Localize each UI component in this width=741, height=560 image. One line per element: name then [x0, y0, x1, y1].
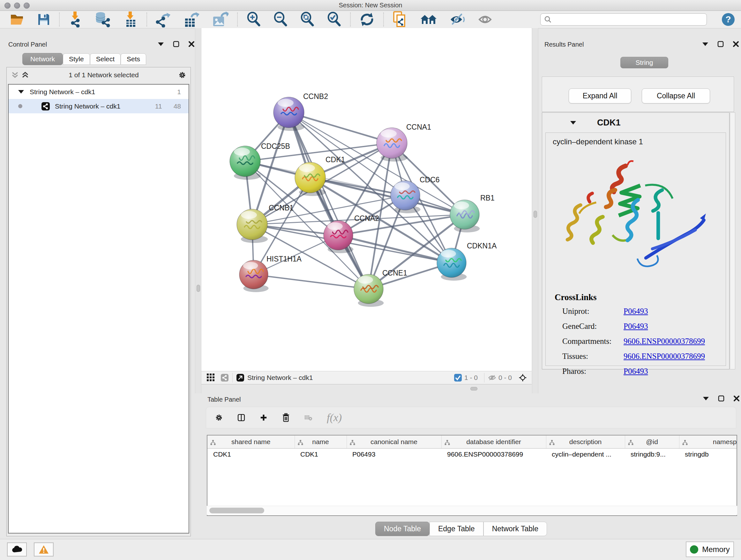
table-options-gear-icon[interactable]	[215, 415, 223, 421]
entry-collapse-icon[interactable]	[570, 121, 576, 125]
network-node-hist1h1a[interactable]	[239, 260, 269, 292]
column-header-name[interactable]: name	[294, 435, 347, 449]
control-panel-collapse-icon[interactable]	[157, 41, 165, 47]
zoom-selected-icon[interactable]	[327, 12, 341, 27]
results-scrollbar[interactable]	[730, 112, 735, 369]
memory-label: Memory	[702, 545, 730, 554]
network-edge-count: 48	[174, 103, 181, 110]
memory-button[interactable]: Memory	[686, 542, 734, 557]
column-header-shared-name[interactable]: shared name	[207, 435, 294, 449]
open-in-new-window-icon[interactable]	[237, 374, 244, 381]
column-header-database-identifier[interactable]: database identifier	[441, 435, 546, 449]
column-header-namespace[interactable]: namespace	[679, 435, 737, 449]
export-image-icon[interactable]	[212, 11, 228, 27]
hide-selected-icon[interactable]	[449, 12, 466, 26]
network-node-cdk1[interactable]	[295, 162, 326, 196]
save-session-icon[interactable]	[37, 13, 51, 26]
column-type-icon	[549, 439, 555, 447]
export-table-icon[interactable]	[184, 11, 200, 27]
collapse-all-button[interactable]: Collapse All	[642, 88, 710, 104]
collection-expand-icon[interactable]	[18, 90, 24, 94]
tab-node-table[interactable]: Node Table	[375, 522, 429, 536]
import-table-icon[interactable]	[124, 11, 138, 27]
clone-network-icon[interactable]	[393, 11, 408, 28]
birds-eye-view-icon[interactable]	[207, 374, 214, 381]
crosslink-uniprot-link[interactable]: P06493	[623, 307, 648, 316]
network-overview-icon[interactable]	[221, 374, 228, 381]
expand-all-networks-icon[interactable]	[21, 72, 29, 78]
warnings-button[interactable]	[34, 543, 54, 557]
cloud-services-button[interactable]	[7, 543, 27, 557]
control-panel-float-icon[interactable]	[172, 41, 180, 47]
column-header--id[interactable]: @id	[625, 435, 679, 449]
column-header-description[interactable]: description	[546, 435, 625, 449]
expand-all-button[interactable]: Expand All	[569, 88, 631, 104]
network-node-ccnb2[interactable]	[273, 97, 305, 131]
network-node-ccna1[interactable]	[377, 128, 408, 162]
toolbar-separator	[146, 12, 147, 26]
apply-layout-refresh-icon[interactable]	[359, 12, 375, 27]
crosslink-pharos-link[interactable]: P06493	[623, 367, 648, 376]
open-file-icon[interactable]	[10, 13, 25, 26]
table-panel-collapse-icon[interactable]	[702, 395, 710, 401]
fit-selected-crosshair-icon[interactable]	[519, 374, 527, 381]
show-all-icon[interactable]	[478, 13, 494, 26]
network-node-ccna2[interactable]	[324, 221, 353, 253]
collapse-all-networks-icon[interactable]	[11, 72, 19, 78]
show-columns-icon[interactable]	[238, 415, 245, 421]
table-panel: Table Panel f(x) shared namenamecanonica…	[199, 393, 741, 540]
tab-style[interactable]: Style	[63, 53, 90, 65]
zoom-in-icon[interactable]	[246, 12, 261, 27]
toolbar-search-input[interactable]	[540, 13, 707, 25]
column-type-icon	[298, 439, 303, 447]
network-node-cdc6[interactable]	[391, 181, 420, 213]
network-view-canvas[interactable]: CCNB2CCNA1CDC25BCDK1CDC6RB1CCNB1CCNA2CDK…	[201, 28, 532, 371]
scrollbar-thumb[interactable]	[209, 508, 264, 513]
tab-sets[interactable]: Sets	[121, 53, 146, 65]
crosslink-tissues-link[interactable]: 9606.ENSP00000378699	[623, 352, 705, 361]
window-title: Session: New Session	[0, 2, 741, 9]
import-network-file-icon[interactable]	[68, 11, 83, 27]
table-row[interactable]: CDK1CDK1P064939606.ENSP00000378699cyclin…	[207, 449, 737, 460]
bottom-splitter[interactable]	[201, 384, 532, 393]
add-column-icon[interactable]	[260, 415, 267, 421]
column-type-icon	[682, 439, 688, 447]
network-node-cdc25b[interactable]	[230, 146, 261, 180]
table-panel-float-icon[interactable]	[718, 395, 725, 401]
tab-edge-table[interactable]: Edge Table	[429, 522, 483, 536]
node-label-ccna1: CCNA1	[406, 123, 431, 131]
network-collection-row[interactable]: String Network – cdk1 1	[9, 84, 189, 99]
node-label-cdc25b: CDC25B	[261, 142, 290, 150]
table-panel-close-icon[interactable]	[733, 395, 740, 401]
selected-checkbox-icon[interactable]	[454, 374, 462, 381]
network-node-ccne1[interactable]	[354, 274, 384, 307]
result-entry-header[interactable]: CDK1	[542, 113, 729, 132]
zoom-fit-icon[interactable]	[300, 12, 315, 27]
tab-network[interactable]: Network	[22, 53, 63, 65]
tab-string[interactable]: String	[620, 57, 668, 68]
tab-select[interactable]: Select	[90, 53, 121, 65]
control-panel-close-icon[interactable]	[188, 41, 195, 47]
network-row[interactable]: String Network – cdk1 11 48	[9, 99, 189, 113]
zoom-out-icon[interactable]	[273, 12, 288, 27]
network-node-cdkn1a[interactable]	[437, 248, 467, 281]
tab-network-table[interactable]: Network Table	[483, 522, 547, 536]
network-options-gear-icon[interactable]	[179, 72, 186, 78]
column-header-canonical-name[interactable]: canonical name	[347, 435, 441, 449]
export-network-icon[interactable]	[156, 11, 172, 27]
home-networks-icon[interactable]	[420, 12, 437, 26]
help-icon[interactable]: ?	[721, 12, 735, 26]
crosslink-genecard-link[interactable]: P06493	[623, 322, 648, 331]
title-bar: Session: New Session	[0, 0, 741, 11]
table-horizontal-scrollbar[interactable]	[207, 506, 737, 515]
crosslink-compartments-link[interactable]: 9606.ENSP00000378699	[623, 337, 705, 346]
import-network-database-icon[interactable]	[95, 11, 112, 27]
results-panel-collapse-icon[interactable]	[701, 41, 709, 47]
results-panel-float-icon[interactable]	[717, 41, 724, 47]
left-splitter[interactable]	[195, 28, 201, 393]
network-node-rb1[interactable]	[450, 200, 480, 233]
results-panel-close-icon[interactable]	[732, 41, 740, 47]
delete-column-icon[interactable]	[282, 415, 290, 421]
right-splitter[interactable]	[532, 28, 538, 393]
network-node-ccnb1[interactable]	[237, 209, 268, 243]
